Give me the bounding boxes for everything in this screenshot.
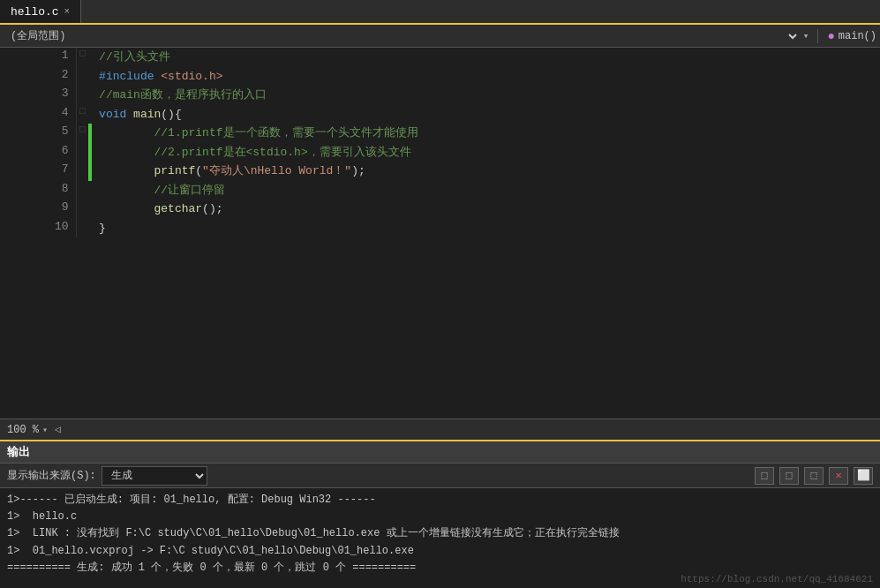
- table-row: 4□void main(){: [0, 105, 880, 124]
- fold-gutter: [76, 86, 88, 105]
- output-toolbar: 显示输出来源(S): 生成 ⬚ ⬚ ⬚ ✕ ⬜: [0, 464, 880, 488]
- table-row: 5□ //1.printf是一个函数，需要一个头文件才能使用: [0, 124, 880, 143]
- line-content[interactable]: }: [92, 219, 880, 238]
- scope-function: ● main(): [827, 29, 876, 43]
- table-row: 2#include <stdio.h>: [0, 67, 880, 87]
- line-number: 8: [0, 181, 76, 200]
- tab-filename: hello.c: [11, 5, 59, 19]
- line-number: 10: [0, 219, 76, 238]
- table-row: 7 printf("夺动人\nHello World！");: [0, 162, 880, 181]
- output-line: 1> LINK : 没有找到 F:\C study\C\01_hello\Deb…: [7, 525, 873, 542]
- file-tab[interactable]: hello.c ×: [0, 0, 81, 23]
- scroll-left-icon[interactable]: ◁: [55, 423, 61, 436]
- line-content[interactable]: getchar();: [92, 200, 880, 219]
- code-table: 1□//引入头文件2#include <stdio.h>3//main函数，是程…: [0, 48, 880, 237]
- line-number: 1: [0, 48, 76, 67]
- output-btn-wrap[interactable]: ⬜: [854, 467, 873, 485]
- output-btn-2[interactable]: ⬚: [779, 467, 799, 485]
- fold-gutter: [76, 143, 88, 162]
- status-bar: 100 % ▾ ◁: [0, 418, 880, 440]
- tab-bar: hello.c ×: [0, 0, 880, 25]
- scope-select[interactable]: (全局范围): [4, 27, 800, 45]
- output-btn-3[interactable]: ⬚: [804, 467, 824, 485]
- line-content[interactable]: //引入头文件: [92, 48, 880, 67]
- fold-gutter[interactable]: □: [76, 48, 88, 67]
- table-row: 3//main函数，是程序执行的入口: [0, 86, 880, 105]
- fold-gutter: [76, 162, 88, 181]
- zoom-dropdown-icon[interactable]: ▾: [42, 425, 48, 435]
- scope-bar: (全局范围) ▾ ● main(): [0, 25, 880, 48]
- line-content[interactable]: printf("夺动人\nHello World！");: [92, 162, 880, 181]
- output-source-label: 显示输出来源(S):: [7, 468, 96, 483]
- line-content[interactable]: //main函数，是程序执行的入口: [92, 86, 880, 105]
- fold-gutter[interactable]: □: [76, 105, 88, 124]
- fold-gutter: [76, 181, 88, 200]
- output-header: 输出: [0, 441, 880, 464]
- line-content[interactable]: //1.printf是一个函数，需要一个头文件才能使用: [92, 124, 880, 143]
- scope-arrow-icon: ▾: [803, 30, 809, 41]
- watermark: https://blog.csdn.net/qq_41684621: [681, 574, 873, 584]
- line-content[interactable]: #include <stdio.h>: [92, 67, 880, 87]
- output-line: 1> hello.c: [7, 509, 873, 525]
- fold-gutter: [76, 200, 88, 219]
- editor-area[interactable]: 1□//引入头文件2#include <stdio.h>3//main函数，是程…: [0, 48, 880, 418]
- table-row: 6 //2.printf是在<stdio.h>，需要引入该头文件: [0, 143, 880, 162]
- line-number: 5: [0, 124, 76, 143]
- line-number: 4: [0, 105, 76, 124]
- line-number: 9: [0, 200, 76, 219]
- table-row: 1□//引入头文件: [0, 48, 880, 67]
- fold-gutter[interactable]: □: [76, 124, 88, 143]
- line-content[interactable]: //2.printf是在<stdio.h>，需要引入该头文件: [92, 143, 880, 162]
- line-number: 7: [0, 162, 76, 181]
- output-line: 1> 01_hello.vcxproj -> F:\C study\C\01_h…: [7, 543, 873, 560]
- line-number: 2: [0, 67, 76, 87]
- output-source-select[interactable]: 生成: [102, 466, 207, 486]
- fold-gutter: [76, 67, 88, 87]
- tab-close-button[interactable]: ×: [64, 6, 71, 17]
- output-line: 1>------ 已启动生成: 项目: 01_hello, 配置: Debug …: [7, 492, 873, 509]
- function-name: main(): [839, 30, 876, 42]
- fold-gutter: [76, 219, 88, 238]
- output-btn-stop[interactable]: ✕: [829, 467, 848, 485]
- line-number: 6: [0, 143, 76, 162]
- scope-divider: [817, 29, 818, 43]
- function-icon: ●: [827, 29, 834, 43]
- table-row: 10}: [0, 219, 880, 238]
- output-panel: 输出 显示输出来源(S): 生成 ⬚ ⬚ ⬚ ✕ ⬜ 1>------ 已启动生…: [0, 440, 880, 587]
- line-content[interactable]: void main(){: [92, 105, 880, 124]
- table-row: 9 getchar();: [0, 200, 880, 219]
- output-btn-1[interactable]: ⬚: [755, 467, 774, 485]
- line-content[interactable]: //让窗口停留: [92, 181, 880, 200]
- line-number: 3: [0, 86, 76, 105]
- output-content: 1>------ 已启动生成: 项目: 01_hello, 配置: Debug …: [0, 488, 880, 587]
- table-row: 8 //让窗口停留: [0, 181, 880, 200]
- zoom-level: 100 %: [7, 424, 39, 436]
